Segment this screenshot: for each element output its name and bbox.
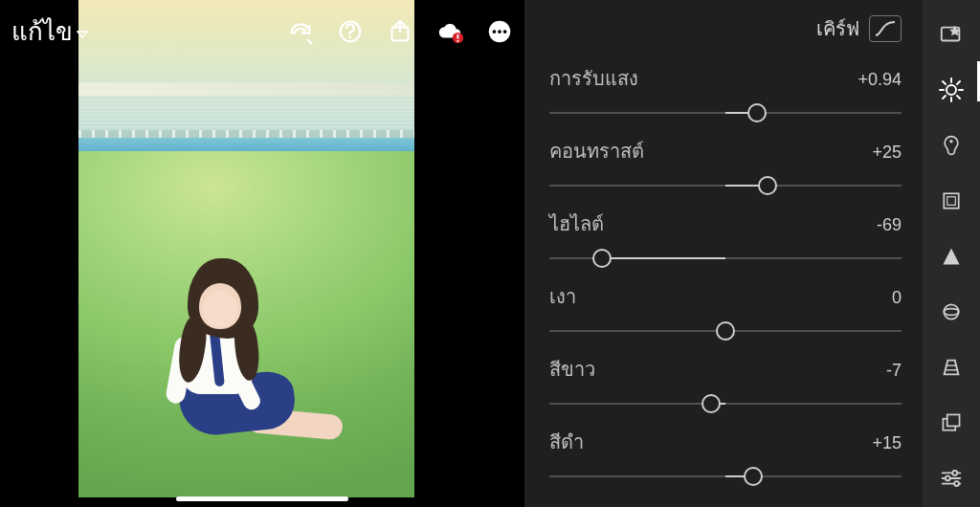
svg-line-18 xyxy=(957,81,960,84)
slider-value: -69 xyxy=(877,215,902,235)
page-title: แก้ไข xyxy=(11,11,73,51)
slider-คอนทราสต์: คอนทราสต์+25 xyxy=(549,136,902,195)
slider-track[interactable] xyxy=(549,176,902,195)
svg-rect-21 xyxy=(944,193,958,208)
slider-thumb[interactable] xyxy=(747,103,767,122)
svg-line-16 xyxy=(943,81,946,84)
svg-point-23 xyxy=(944,304,958,319)
slider-เงา: เงา0 xyxy=(549,281,902,341)
curve-label: เคิร์ฟ xyxy=(816,13,859,44)
svg-point-34 xyxy=(954,481,959,486)
redo-icon[interactable] xyxy=(285,16,316,47)
slider-label: สีขาว xyxy=(549,354,595,385)
presets-icon[interactable] xyxy=(938,21,965,48)
light-icon[interactable] xyxy=(938,77,965,103)
svg-point-1 xyxy=(348,35,351,38)
curve-button[interactable] xyxy=(869,15,902,42)
versions-icon[interactable] xyxy=(938,409,965,436)
tool-strip xyxy=(923,0,980,507)
optics-icon[interactable] xyxy=(938,298,965,325)
slider-การรับแสง: การรับแสง+0.94 xyxy=(549,63,902,122)
slider-value: +25 xyxy=(872,143,902,163)
svg-rect-28 xyxy=(947,414,960,426)
slider-label: คอนทราสต์ xyxy=(549,136,644,166)
slider-thumb[interactable] xyxy=(592,249,612,268)
slider-label: เงา xyxy=(549,281,576,312)
slider-value: +0.94 xyxy=(858,70,902,90)
slider-value: -7 xyxy=(886,361,902,381)
canvas-pane: แก้ไข xyxy=(0,0,524,507)
slider-label: สีดำ xyxy=(549,427,584,457)
slider-ไฮไลต์: ไฮไลต์-69 xyxy=(549,209,902,268)
svg-point-11 xyxy=(947,85,956,95)
crop-icon[interactable] xyxy=(938,187,965,214)
more-icon[interactable] xyxy=(484,16,515,47)
top-toolbar: แก้ไข xyxy=(11,11,524,51)
svg-point-20 xyxy=(949,140,952,143)
detail-icon[interactable] xyxy=(938,243,965,270)
svg-point-8 xyxy=(498,30,501,33)
tune-icon[interactable] xyxy=(938,465,965,492)
home-indicator xyxy=(176,496,348,501)
slider-thumb[interactable] xyxy=(758,176,777,195)
geometry-icon[interactable] xyxy=(938,354,965,381)
slider-track[interactable] xyxy=(549,249,902,268)
cloud-alert-icon[interactable] xyxy=(434,16,465,47)
chevron-down-icon[interactable] xyxy=(77,29,88,40)
slider-track[interactable] xyxy=(549,103,902,122)
color-icon[interactable] xyxy=(938,132,965,159)
slider-value: 0 xyxy=(892,288,902,308)
slider-thumb[interactable] xyxy=(702,394,721,413)
slider-สีขาว: สีขาว-7 xyxy=(549,354,902,413)
photo-preview[interactable] xyxy=(78,0,414,497)
slider-track[interactable] xyxy=(549,467,902,486)
slider-thumb[interactable] xyxy=(744,467,763,486)
svg-point-32 xyxy=(952,471,957,475)
slider-สีดำ: สีดำ+15 xyxy=(549,427,902,486)
slider-value: +15 xyxy=(872,433,902,453)
svg-rect-22 xyxy=(947,197,956,206)
slider-track[interactable] xyxy=(549,321,902,341)
svg-point-33 xyxy=(946,476,950,481)
slider-label: การรับแสง xyxy=(549,63,638,94)
svg-rect-4 xyxy=(457,33,459,38)
light-panel: เคิร์ฟ การรับแสง+0.94คอนทราสต์+25ไฮไลต์-… xyxy=(524,0,923,507)
slider-thumb[interactable] xyxy=(716,321,735,341)
svg-line-19 xyxy=(943,96,946,99)
share-icon[interactable] xyxy=(385,16,415,47)
svg-point-9 xyxy=(503,30,507,33)
svg-rect-5 xyxy=(457,39,459,41)
slider-label: ไฮไลต์ xyxy=(549,209,604,239)
svg-point-24 xyxy=(944,309,958,316)
slider-track[interactable] xyxy=(549,394,902,413)
help-icon[interactable] xyxy=(335,16,366,47)
svg-point-7 xyxy=(493,30,497,33)
svg-line-17 xyxy=(957,96,960,99)
